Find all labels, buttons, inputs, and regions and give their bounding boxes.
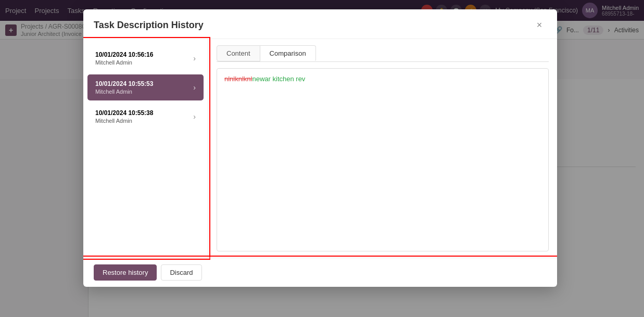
modal-header: Task Description History ×	[83, 9, 557, 39]
history-item-1-date: 10/01/2024 10:56:16	[95, 51, 153, 58]
history-item-3-user: Mitchell Admin	[95, 118, 153, 124]
modal-tabs: Content Comparison	[217, 45, 549, 62]
history-item-3[interactable]: 10/01/2024 10:55:38 Mitchell Admin ›	[87, 104, 204, 130]
restore-history-button[interactable]: Restore history	[94, 264, 157, 281]
content-panel: Content Comparison nlnlknlknlnewar kitch…	[208, 39, 557, 258]
strikethrough-text: nlnlknlknl	[224, 75, 252, 83]
history-panel: 10/01/2024 10:56:16 Mitchell Admin › 10/…	[83, 39, 208, 258]
history-item-3-arrow: ›	[193, 112, 196, 121]
added-text: newar kitchen rev	[252, 75, 305, 83]
history-item-1-text: 10/01/2024 10:56:16 Mitchell Admin	[95, 51, 153, 66]
history-item-3-text: 10/01/2024 10:55:38 Mitchell Admin	[95, 109, 153, 124]
modal-title: Task Description History	[94, 20, 204, 31]
history-item-2[interactable]: 10/01/2024 10:55:53 Mitchell Admin ›	[87, 74, 204, 100]
tab-content[interactable]: Content	[217, 45, 260, 61]
history-item-1[interactable]: 10/01/2024 10:56:16 Mitchell Admin ›	[87, 45, 204, 71]
tab-comparison[interactable]: Comparison	[260, 45, 316, 61]
history-item-2-text: 10/01/2024 10:55:53 Mitchell Admin	[95, 80, 153, 95]
history-item-2-date: 10/01/2024 10:55:53	[95, 80, 153, 87]
history-item-1-arrow: ›	[193, 54, 196, 62]
history-item-2-user: Mitchell Admin	[95, 88, 153, 95]
history-item-3-date: 10/01/2024 10:55:38	[95, 109, 153, 117]
history-item-2-arrow: ›	[193, 83, 196, 92]
close-button[interactable]: ×	[532, 18, 547, 32]
modal-footer: Restore history Discard	[83, 258, 557, 287]
modal-body: 10/01/2024 10:56:16 Mitchell Admin › 10/…	[83, 39, 557, 258]
history-item-1-user: Mitchell Admin	[95, 59, 153, 66]
discard-button[interactable]: Discard	[161, 264, 201, 281]
modal-dialog: Task Description History × 10/01/2024 10…	[83, 9, 557, 287]
comparison-content-area: nlnlknlknlnewar kitchen rev	[217, 68, 549, 251]
